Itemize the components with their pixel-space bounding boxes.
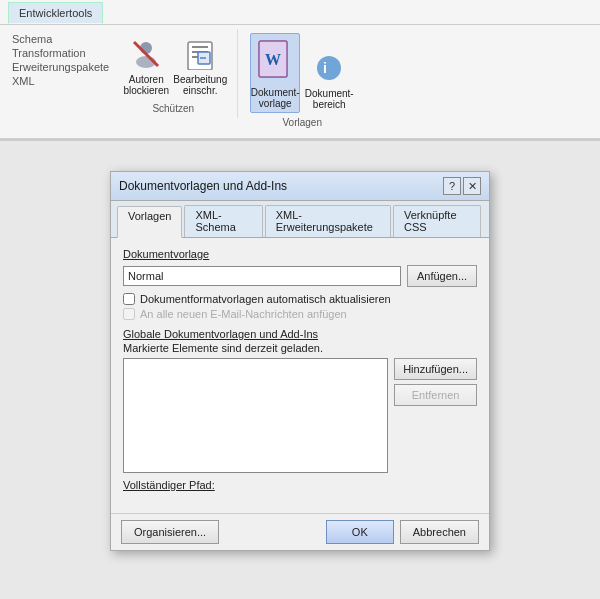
dialog-help-btn[interactable]: ? [443, 177, 461, 195]
listbox[interactable] [123, 358, 388, 473]
autoren-blockieren-btn[interactable]: Autoren blockieren [121, 33, 171, 99]
footer-left: Organisieren... [121, 520, 219, 544]
schuetzen-group-label: Schützen [152, 103, 194, 114]
dokumentvorlage-input-row: Anfügen... [123, 265, 477, 287]
dialog-title-text: Dokumentvorlagen und Add-Ins [119, 179, 287, 193]
svg-rect-4 [192, 46, 208, 48]
dialog-title-bar: Dokumentvorlagen und Add-Ins ? ✕ [111, 172, 489, 201]
sidebar-transformation-label[interactable]: Transformation [12, 47, 109, 59]
ribbon: Entwicklertools Schema Transformation Er… [0, 0, 600, 141]
checkbox1-row: Dokumentformatvorlagen automatisch aktua… [123, 293, 477, 305]
footer-right: OK Abbrechen [326, 520, 479, 544]
ribbon-tab-bar: Entwicklertools [0, 0, 600, 25]
entfernen-btn[interactable]: Entfernen [394, 384, 477, 406]
ok-btn[interactable]: OK [326, 520, 394, 544]
checkbox1-label: Dokumentformatvorlagen automatisch aktua… [140, 293, 391, 305]
tab-xml-schema[interactable]: XML-Schema [184, 205, 262, 237]
dialog-close-btn[interactable]: ✕ [463, 177, 481, 195]
dokumentvorlage-label: Dokumentvorlage [123, 248, 477, 260]
schuetzen-buttons: Autoren blockieren Bearbeitung ein [121, 33, 225, 99]
bearbeitung-btn[interactable]: Bearbeitung einschr. [175, 33, 225, 99]
organisieren-btn[interactable]: Organisieren... [121, 520, 219, 544]
app-body: Dokumentvorlagen und Add-Ins ? ✕ Vorlage… [0, 141, 600, 599]
markierte-desc: Markierte Elemente sind derzeit geladen. [123, 342, 477, 354]
sidebar-erweiterungspakete-label[interactable]: Erweiterungspakete [12, 61, 109, 73]
dokument-bereich-btn[interactable]: i Dokument- bereich [304, 47, 354, 113]
abbrechen-btn[interactable]: Abbrechen [400, 520, 479, 544]
dialog-footer: Organisieren... OK Abbrechen [111, 513, 489, 550]
autoren-blockieren-label: Autoren blockieren [123, 74, 169, 96]
ribbon-content: Schema Transformation Erweiterungspakete… [0, 25, 600, 140]
vorlagen-group-label: Vorlagen [282, 117, 321, 128]
vollstaendiger-pfad-label: Vollständiger Pfad: [123, 479, 477, 491]
dialog-title-buttons: ? ✕ [443, 177, 481, 195]
dokument-vorlage-label: Dokument- vorlage [251, 87, 300, 109]
vorlagen-buttons: W Dokument- vorlage i Dokument- bereich [250, 33, 354, 113]
dokument-bereich-icon: i [311, 50, 347, 86]
dokument-bereich-label: Dokument- bereich [305, 88, 354, 110]
dialog: Dokumentvorlagen und Add-Ins ? ✕ Vorlage… [110, 171, 490, 551]
bearbeitung-icon [182, 36, 218, 72]
sidebar-xml-label[interactable]: XML [12, 75, 109, 87]
dialog-tabs: Vorlagen XML-Schema XML-Erweiterungspake… [111, 201, 489, 238]
dokument-vorlage-btn[interactable]: W Dokument- vorlage [250, 33, 300, 113]
main-area: Dokumentvorlagen und Add-Ins ? ✕ Vorlage… [0, 141, 600, 599]
listbox-buttons: Hinzufügen... Entfernen [394, 358, 477, 406]
entwicklertools-tab[interactable]: Entwicklertools [8, 2, 103, 24]
checkbox2-label: An alle neuen E-Mail-Nachrichten anfügen [140, 308, 347, 320]
dokument-vorlage-icon: W [257, 37, 293, 85]
svg-text:i: i [323, 60, 327, 76]
anfuegen-btn[interactable]: Anfügen... [407, 265, 477, 287]
autoren-blockieren-icon [128, 36, 164, 72]
schuetzen-group: Autoren blockieren Bearbeitung ein [109, 29, 238, 118]
bearbeitung-label: Bearbeitung einschr. [173, 74, 227, 96]
dokumentvorlage-input[interactable] [123, 266, 401, 286]
svg-text:W: W [265, 51, 281, 68]
svg-point-12 [317, 56, 341, 80]
vorlagen-group: W Dokument- vorlage i Dokument- bereich [238, 29, 366, 132]
checkbox1[interactable] [123, 293, 135, 305]
listbox-row: Hinzufügen... Entfernen [123, 358, 477, 473]
checkbox2-row: An alle neuen E-Mail-Nachrichten anfügen [123, 308, 477, 320]
dialog-body: Dokumentvorlage Anfügen... Dokumentforma… [111, 238, 489, 513]
hinzufuegen-btn[interactable]: Hinzufügen... [394, 358, 477, 380]
sidebar-schema-label[interactable]: Schema [12, 33, 109, 45]
tab-vorlagen[interactable]: Vorlagen [117, 206, 182, 238]
globale-label: Globale Dokumentvorlagen und Add-Ins [123, 328, 477, 340]
tab-verknuepfte-css[interactable]: Verknüpfte CSS [393, 205, 481, 237]
tab-xml-erweiterungspakete[interactable]: XML-Erweiterungspakete [265, 205, 391, 237]
checkbox2[interactable] [123, 308, 135, 320]
